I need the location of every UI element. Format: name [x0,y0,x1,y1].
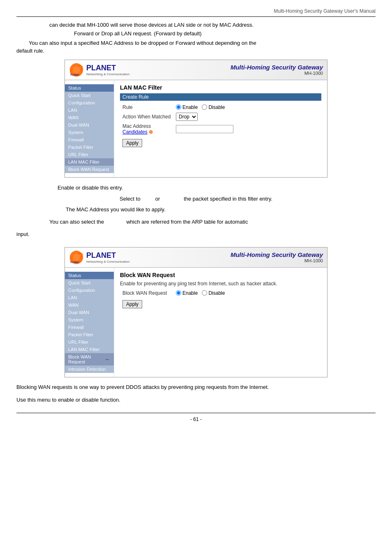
block-enable-radio-label[interactable]: Enable [176,290,198,296]
enable-radio[interactable] [176,104,181,110]
enable-radio-label[interactable]: Enable [176,104,198,110]
apply-button-1[interactable]: Apply [122,139,142,147]
action-label: Action When Matched [120,111,173,122]
apply-button-2[interactable]: Apply [122,300,142,308]
disable-radio[interactable] [202,104,207,110]
block-wan-radio-group: Enable Disable [176,290,319,296]
logo-text-1: PLANET [86,64,116,72]
sidebar-item-dualwan-1[interactable]: Dual WAN [65,121,114,129]
sidebar-item-config-1[interactable]: Configuration [65,99,114,106]
section-title-1: LAN MAC Filter [120,84,321,91]
block-wan-label: Block WAN Request [120,289,173,297]
desc-blocking-1: Blocking WAN requests is one way to prev… [16,383,376,392]
apply-row-1: Apply [120,136,321,148]
mac-label: Mac Address Candidates ⊕ [120,122,173,136]
sidebar-2: Status Quick Start Configuration LAN WAN… [65,268,114,377]
planet-logo-icon-1: PLANET [69,62,84,77]
block-disable-radio-label[interactable]: Disable [202,290,225,296]
router-title-1: Multi-Homing Security Gateway MH-1000 [231,64,323,76]
rule-label: Rule [120,103,173,111]
planet-logo-1: PLANET PLANET Networking & Communication [69,62,129,77]
sidebar-item-lan-1[interactable]: LAN [65,106,114,114]
block-wan-radio-cell: Enable Disable [173,289,321,297]
sidebar-item-quickstart-1[interactable]: Quick Start [65,92,114,99]
desc-blocking-2: Use this menu to enable or disable funct… [16,396,376,405]
router-main-title-1: Multi-Homing Security Gateway [231,64,323,71]
block-disable-radio[interactable] [202,290,207,296]
candidates-arrow-icon: ⊕ [149,129,153,135]
desc-select: Select to or the packet specified in thi… [16,196,376,202]
router-sub-model-2: MH-1000 [231,258,323,263]
logo-sub-2: Networking & Communication [86,260,129,264]
mac-address-input[interactable] [176,125,233,133]
desc-input: input. [16,230,376,239]
intro-line3: You can also input a specified MAC Addre… [29,40,376,46]
desc-section-2: Blocking WAN requests is one way to prev… [16,383,376,405]
page-number: - 61 - [16,413,376,422]
action-select[interactable]: Drop [176,113,198,121]
sidebar-item-lanmacfilter-2[interactable]: LAN MAC Filter [65,346,114,353]
intro-line4: default rule. [16,48,376,54]
create-rule-bar: Create Rule [120,93,321,101]
sidebar-item-status-2[interactable]: Status [65,272,114,279]
mac-row: Mac Address Candidates ⊕ [120,122,321,136]
form-table-2: Block WAN Request Enable Disable [120,289,321,310]
sidebar-item-packetfilter-1[interactable]: Packet Filter [65,143,114,151]
rule-row: Rule Enable Disable [120,103,321,111]
logo-text-2: PLANET [86,251,116,259]
desc-enable: Enable or disable this entry. [58,183,376,192]
sidebar-item-urlfilter-2[interactable]: URL Filter [65,338,114,346]
router-main-title-2: Multi-Homing Security Gateway [231,251,323,258]
mac-input-cell [173,122,321,136]
desc-section-1: Enable or disable this entry. Select to … [16,183,376,239]
svg-text:PLANET: PLANET [71,74,80,76]
logo-sub-1: Networking & Communication [86,72,129,76]
svg-point-6 [73,254,80,261]
sidebar-item-blockwan-2[interactable]: Block WAN Request ← [65,353,114,365]
router-sub-model-1: MH-1000 [231,71,323,76]
sidebar-item-system-2[interactable]: System [65,316,114,324]
sidebar-item-quickstart-2[interactable]: Quick Start [65,279,114,287]
arrow-indicator: ← [105,356,111,363]
sidebar-1: Status Quick Start Configuration LAN WAN… [65,80,114,177]
block-wan-row: Block WAN Request Enable Disable [120,289,321,297]
desc-candidates: You can also select the which are referr… [49,217,376,227]
disable-radio-label[interactable]: Disable [202,104,225,110]
sidebar-item-dualwan-2[interactable]: Dual WAN [65,309,114,316]
section-title-2: Block WAN Request [120,272,321,278]
sidebar-item-lanmacfilter-1[interactable]: LAN MAC Filter [65,158,114,166]
router-panel-2: PLANET PLANET Networking & Communication… [65,247,327,377]
router-panel-1: PLANET PLANET Networking & Communication… [65,60,327,178]
svg-point-2 [73,66,80,74]
main-content-1: LAN MAC Filter Create Rule Rule Enable [114,80,327,177]
sidebar-item-packetfilter-2[interactable]: Packet Filter [65,331,114,338]
sidebar-item-wan-2[interactable]: WAN [65,301,114,309]
router-title-2: Multi-Homing Security Gateway MH-1000 [231,251,323,263]
rule-radio-group: Enable Disable [176,104,319,110]
rule-radio-cell: Enable Disable [173,103,321,111]
action-select-cell: Drop [173,111,321,122]
router-body-2: Status Quick Start Configuration LAN WAN… [65,268,327,377]
block-wan-desc: Enable for preventing any ping test from… [120,281,321,287]
sidebar-item-status-1[interactable]: Status [65,84,114,92]
apply-cell-2: Apply [120,297,321,310]
sidebar-item-urlfilter-1[interactable]: URL Filter [65,151,114,158]
sidebar-item-blockwan-1[interactable]: Block WAN Request [65,166,114,173]
sidebar-item-firewall-1[interactable]: Firewall [65,136,114,143]
sidebar-item-config-2[interactable]: Configuration [65,287,114,294]
router-body-1: Status Quick Start Configuration LAN WAN… [65,80,327,177]
block-enable-radio[interactable] [176,290,181,296]
candidates-link[interactable]: Candidates [122,129,148,135]
sidebar-item-wan-1[interactable]: WAN [65,114,114,121]
router-header-1: PLANET PLANET Networking & Communication… [65,60,327,80]
main-content-2: Block WAN Request Enable for preventing … [114,268,327,377]
planet-logo-icon-2: PLANET [69,250,84,265]
sidebar-item-lan-2[interactable]: LAN [65,294,114,301]
sidebar-item-system-1[interactable]: System [65,129,114,136]
apply-row-2: Apply [120,297,321,310]
sidebar-item-firewall-2[interactable]: Firewall [65,324,114,331]
sidebar-item-intrusion-2[interactable]: Intrusion Detection [65,365,114,373]
apply-cell-1: Apply [120,136,321,148]
page-header: Multi-Homing Security Gateway User's Man… [16,8,376,17]
action-row: Action When Matched Drop [120,111,321,122]
